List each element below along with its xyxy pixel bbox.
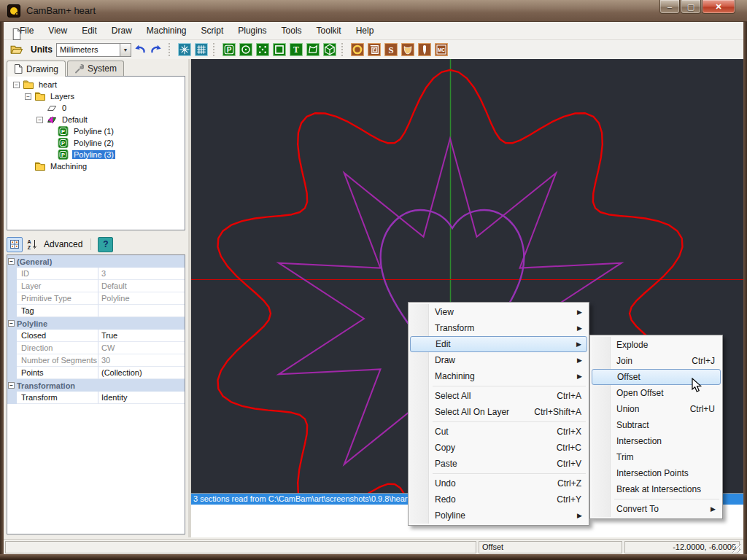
advanced-button[interactable]: Advanced (42, 237, 85, 252)
tree-item-0[interactable]: 0 (7, 102, 185, 114)
property-grid[interactable]: −(General)ID3LayerDefaultPrimitive TypeP… (7, 254, 185, 534)
tree-item-heart[interactable]: −heart (7, 79, 185, 90)
category-expander-icon[interactable]: − (8, 320, 15, 327)
context-menu-item-copy[interactable]: CopyCtrl+C (410, 440, 587, 456)
context-menu-item-polyline[interactable]: Polyline▶ (410, 508, 587, 524)
circle-icon[interactable] (238, 42, 253, 58)
property-row-layer[interactable]: LayerDefault (7, 280, 185, 292)
context-menu-item-cut[interactable]: CutCtrl+X (410, 424, 587, 440)
submenu-item-intersection[interactable]: Intersection (592, 433, 721, 449)
menubar-item-draw[interactable]: Draw (104, 23, 139, 39)
property-value[interactable]: Polyline (98, 292, 185, 305)
points-icon[interactable] (255, 42, 270, 58)
tree-expander-icon[interactable]: − (36, 117, 43, 123)
context-menu-item-edit[interactable]: Edit▶ (410, 336, 587, 352)
open-file-icon[interactable] (9, 42, 24, 58)
submenu-item-intersection-points[interactable]: Intersection Points (592, 465, 721, 481)
property-row-direction[interactable]: DirectionCW (7, 342, 185, 354)
tree-item-polyline-2-[interactable]: PPolyline (2) (7, 137, 185, 149)
tab-system[interactable]: System (67, 61, 124, 76)
submenu-item-join[interactable]: JoinCtrl+J (592, 353, 721, 369)
submenu-item-trim[interactable]: Trim (592, 449, 721, 465)
menubar-item-view[interactable]: View (41, 23, 74, 39)
axis-toggle-icon[interactable] (177, 42, 192, 58)
tree-item-polyline-1-[interactable]: PPolyline (1) (7, 125, 185, 137)
drawing-tree[interactable]: −heart−Layers0−DefaultPPolyline (1)PPoly… (7, 76, 185, 230)
alphabetical-sort-icon[interactable]: AZ (24, 237, 40, 252)
tree-item-polyline-3-[interactable]: PPolyline (3) (7, 149, 185, 160)
undo-icon[interactable] (132, 42, 147, 58)
maximize-button[interactable]: ▢ (681, 0, 701, 14)
context-menu-item-select-all[interactable]: Select AllCtrl+A (410, 388, 587, 404)
pocket-icon[interactable] (400, 42, 415, 58)
profile-icon[interactable]: S (383, 42, 398, 58)
property-category-general[interactable]: −(General) (7, 255, 185, 268)
menubar-item-machining[interactable]: Machining (139, 23, 194, 39)
resize-grip[interactable] (732, 544, 741, 553)
menubar-item-toolkit[interactable]: Toolkit (309, 23, 349, 39)
property-row-transform[interactable]: TransformIdentity (7, 392, 185, 404)
context-menu-item-redo[interactable]: RedoCtrl+Y (410, 491, 587, 508)
help-icon[interactable]: ? (98, 237, 113, 252)
context-menu-item-view[interactable]: View▶ (410, 304, 587, 320)
property-value[interactable]: CW (98, 342, 185, 354)
tree-item-layers[interactable]: −Layers (7, 90, 185, 102)
property-value[interactable]: 30 (98, 354, 185, 367)
units-dropdown-button[interactable]: ▼ (120, 43, 131, 57)
property-row-tag[interactable]: Tag (7, 305, 185, 317)
tree-expander-icon[interactable]: − (13, 82, 20, 88)
units-combobox[interactable]: Millimeters (56, 43, 120, 57)
drill-icon[interactable] (417, 42, 432, 58)
menubar-item-script[interactable]: Script (194, 23, 231, 39)
submenu-item-union[interactable]: UnionCtrl+U (592, 401, 721, 417)
context-menu-item-select-all-on-layer[interactable]: Select All On LayerCtrl+Shift+A (410, 404, 587, 420)
polyline-icon[interactable]: P (221, 42, 236, 58)
new-file-icon[interactable] (9, 27, 24, 42)
property-value[interactable]: True (98, 330, 185, 342)
context-menu-item-paste[interactable]: PasteCtrl+V (410, 456, 587, 472)
property-row-closed[interactable]: ClosedTrue (7, 330, 185, 342)
rectangle-icon[interactable] (271, 42, 287, 58)
property-value[interactable] (98, 305, 185, 317)
property-value[interactable]: (Collection) (98, 367, 185, 379)
submenu-item-explode[interactable]: Explode (592, 337, 721, 353)
property-category-transformation[interactable]: −Transformation (7, 379, 185, 392)
context-menu-item-undo[interactable]: UndoCtrl+Z (410, 475, 587, 491)
menubar-item-tools[interactable]: Tools (274, 23, 309, 39)
property-value[interactable]: Default (98, 280, 185, 292)
property-value[interactable]: Identity (98, 392, 185, 404)
redo-icon[interactable] (149, 42, 164, 58)
category-expander-icon[interactable]: − (8, 258, 15, 265)
submenu-item-subtract[interactable]: Subtract (592, 417, 721, 433)
tree-item-machining[interactable]: Machining (7, 160, 185, 172)
minimize-button[interactable]: – (659, 0, 680, 14)
pocket-spiral-icon[interactable] (366, 42, 382, 58)
submenu-item-break-at-intersections[interactable]: Break at Intersections (592, 481, 721, 497)
machine-circle-icon[interactable] (349, 42, 365, 58)
context-menu-item-draw[interactable]: Draw▶ (410, 352, 587, 368)
menubar-item-help[interactable]: Help (349, 23, 382, 39)
property-row-id[interactable]: ID3 (7, 268, 185, 280)
property-row-number-of-segments[interactable]: Number of Segments30 (7, 354, 185, 367)
tree-expander-icon[interactable]: − (25, 93, 31, 100)
grid-toggle-icon[interactable] (193, 42, 209, 58)
menubar-item-plugins[interactable]: Plugins (231, 23, 274, 39)
submenu-item-convert-to[interactable]: Convert To▶ (592, 501, 721, 517)
tab-drawing[interactable]: Drawing (7, 61, 66, 77)
title-bar[interactable]: CamBam+ heart – ▢ ✕ (0, 0, 747, 22)
category-expander-icon[interactable]: − (8, 382, 15, 389)
close-button[interactable]: ✕ (702, 0, 735, 14)
menubar-item-edit[interactable]: Edit (74, 23, 104, 39)
context-menu-item-transform[interactable]: Transform▶ (410, 320, 587, 336)
tree-item-default[interactable]: −Default (7, 114, 185, 125)
text-icon[interactable]: T (288, 42, 303, 58)
solid-icon[interactable] (322, 42, 337, 58)
property-row-primitive-type[interactable]: Primitive TypePolyline (7, 292, 185, 305)
context-menu-item-machining[interactable]: Machining▶ (410, 368, 587, 384)
categorized-view-icon[interactable] (7, 237, 23, 252)
surface-icon[interactable] (305, 42, 320, 58)
nc-file-icon[interactable]: MC (433, 42, 449, 58)
property-row-points[interactable]: Points(Collection) (7, 367, 185, 379)
property-value[interactable]: 3 (98, 268, 185, 280)
property-category-polyline[interactable]: −Polyline (7, 317, 185, 330)
